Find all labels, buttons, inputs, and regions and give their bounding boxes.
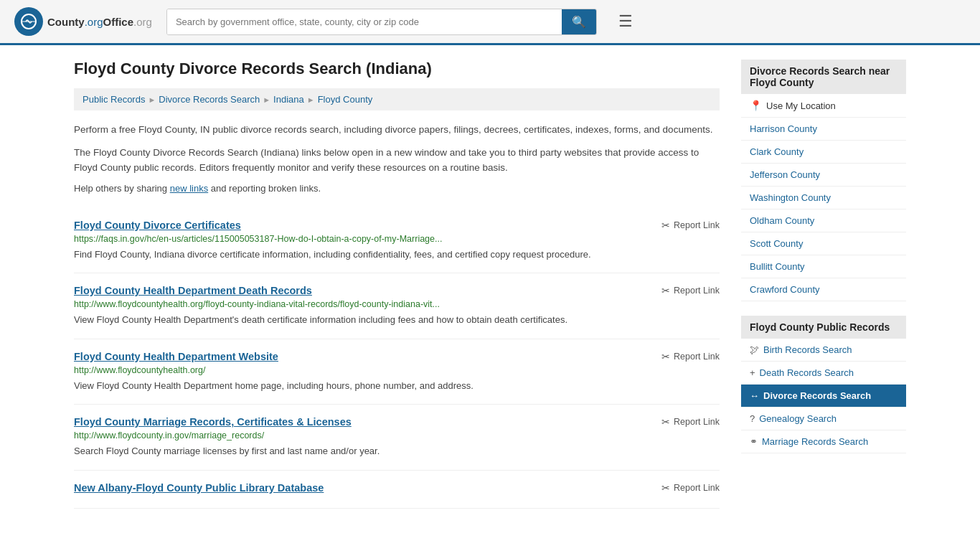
- description-2: The Floyd County Divorce Records Search …: [74, 145, 720, 176]
- public-record-link[interactable]: ?Genealogy Search: [741, 408, 906, 430]
- public-records-header: Floyd County Public Records: [741, 316, 906, 339]
- result-title-link[interactable]: Floyd County Health Department Website: [74, 351, 278, 362]
- public-record-item: +Death Records Search: [741, 362, 906, 385]
- breadcrumb-floyd-county[interactable]: Floyd County: [318, 94, 373, 105]
- report-label: Report Link: [674, 417, 720, 427]
- logo[interactable]: County.orgOffice.org: [14, 7, 152, 36]
- nearby-county-link[interactable]: Oldham County: [741, 209, 906, 232]
- public-record-item: ?Genealogy Search: [741, 408, 906, 430]
- nearby-county-item: Crawford County: [741, 278, 906, 301]
- report-label: Report Link: [674, 483, 720, 493]
- report-link[interactable]: ✂ Report Link: [661, 220, 720, 231]
- record-type-icon: +: [750, 367, 755, 378]
- results-container: Floyd County Divorce Certificates ✂ Repo…: [74, 208, 720, 509]
- breadcrumb-sep-3: ►: [307, 95, 315, 104]
- record-type-icon: ?: [750, 413, 755, 424]
- public-record-link[interactable]: ↔Divorce Records Search: [741, 385, 906, 407]
- result-header: Floyd County Health Department Website ✂…: [74, 351, 720, 362]
- sidebar: Divorce Records Search near Floyd County…: [741, 60, 906, 509]
- public-record-link[interactable]: +Death Records Search: [741, 362, 906, 384]
- breadcrumb-sep-1: ►: [148, 95, 156, 104]
- record-type-icon: ⚭: [750, 436, 758, 447]
- result-header: New Albany-Floyd County Public Library D…: [74, 482, 720, 494]
- search-input[interactable]: [167, 9, 562, 34]
- public-records-list: 🕊Birth Records Search+Death Records Sear…: [741, 339, 906, 453]
- result-header: Floyd County Divorce Certificates ✂ Repo…: [74, 220, 720, 231]
- logo-icon: [14, 7, 43, 36]
- result-url: http://www.floydcounty.in.gov/marriage_r…: [74, 430, 720, 441]
- breadcrumb: Public Records ► Divorce Records Search …: [74, 88, 720, 110]
- record-type-icon: ↔: [750, 390, 759, 401]
- nearby-county-item: Washington County: [741, 187, 906, 209]
- logo-text: County.orgOffice.org: [47, 16, 152, 28]
- report-link[interactable]: ✂ Report Link: [661, 351, 720, 362]
- search-button[interactable]: 🔍: [562, 9, 596, 34]
- nearby-county-item: Scott County: [741, 232, 906, 255]
- scissors-icon: ✂: [661, 482, 670, 494]
- public-record-link[interactable]: 🕊Birth Records Search: [741, 339, 906, 361]
- use-location-item: 📍Use My Location: [741, 94, 906, 118]
- result-item: Floyd County Health Department Death Rec…: [74, 273, 720, 339]
- result-description: Search Floyd County marriage licenses by…: [74, 444, 720, 458]
- nearby-county-link[interactable]: Jefferson County: [741, 164, 906, 186]
- main-content: Floyd County Divorce Records Search (Ind…: [74, 60, 720, 509]
- public-record-item: ⚭Marriage Records Search: [741, 430, 906, 453]
- public-record-link[interactable]: ⚭Marriage Records Search: [741, 430, 906, 453]
- result-url: https://faqs.in.gov/hc/en-us/articles/11…: [74, 234, 720, 244]
- nearby-county-item: Clark County: [741, 141, 906, 164]
- page-title: Floyd County Divorce Records Search (Ind…: [74, 60, 720, 78]
- scissors-icon: ✂: [661, 285, 670, 296]
- result-item: New Albany-Floyd County Public Library D…: [74, 471, 720, 509]
- main-container: Floyd County Divorce Records Search (Ind…: [60, 45, 920, 523]
- report-label: Report Link: [674, 286, 720, 296]
- result-description: View Floyd County Health Department's de…: [74, 313, 720, 327]
- breadcrumb-sep-2: ►: [263, 95, 270, 104]
- nearby-county-item: Jefferson County: [741, 164, 906, 187]
- new-links-link[interactable]: new links: [170, 183, 208, 194]
- report-link[interactable]: ✂ Report Link: [661, 482, 720, 494]
- result-url: http://www.floydcountyhealth.org/: [74, 365, 720, 375]
- help-text: Help others by sharing new links and rep…: [74, 183, 720, 194]
- report-link[interactable]: ✂ Report Link: [661, 416, 720, 428]
- result-title-link[interactable]: Floyd County Divorce Certificates: [74, 220, 241, 231]
- result-header: Floyd County Health Department Death Rec…: [74, 285, 720, 296]
- result-title-link[interactable]: New Albany-Floyd County Public Library D…: [74, 482, 324, 494]
- result-item: Floyd County Divorce Certificates ✂ Repo…: [74, 208, 720, 274]
- hamburger-menu-icon[interactable]: ☰: [618, 12, 633, 31]
- nearby-county-item: Oldham County: [741, 209, 906, 232]
- breadcrumb-indiana[interactable]: Indiana: [273, 94, 304, 105]
- result-url: http://www.floydcountyhealth.org/floyd-c…: [74, 299, 720, 309]
- nearby-county-item: Harrison County: [741, 118, 906, 141]
- search-bar: 🔍: [166, 9, 597, 35]
- header: County.orgOffice.org 🔍 ☰: [0, 0, 980, 45]
- result-description: Find Floyd County, Indiana divorce certi…: [74, 248, 720, 262]
- breadcrumb-divorce-records[interactable]: Divorce Records Search: [159, 94, 260, 105]
- nearby-header: Divorce Records Search near Floyd County: [741, 60, 906, 94]
- nearby-county-item: Bullitt County: [741, 255, 906, 278]
- use-location-link[interactable]: 📍Use My Location: [741, 94, 906, 117]
- result-description: View Floyd County Health Department home…: [74, 379, 720, 393]
- nearby-county-link[interactable]: Crawford County: [741, 278, 906, 301]
- location-pin-icon: 📍: [750, 100, 762, 111]
- report-label: Report Link: [674, 352, 720, 362]
- nearby-county-link[interactable]: Scott County: [741, 232, 906, 255]
- result-title-link[interactable]: Floyd County Marriage Records, Certifica…: [74, 416, 352, 428]
- nearby-county-link[interactable]: Bullitt County: [741, 255, 906, 278]
- scissors-icon: ✂: [661, 351, 670, 362]
- nearby-county-link[interactable]: Clark County: [741, 141, 906, 163]
- report-label: Report Link: [674, 220, 720, 230]
- report-link[interactable]: ✂ Report Link: [661, 285, 720, 296]
- breadcrumb-public-records[interactable]: Public Records: [83, 94, 145, 105]
- nearby-county-link[interactable]: Harrison County: [741, 118, 906, 140]
- nearby-list: 📍Use My LocationHarrison CountyClark Cou…: [741, 94, 906, 301]
- result-item: Floyd County Health Department Website ✂…: [74, 339, 720, 405]
- result-title-link[interactable]: Floyd County Health Department Death Rec…: [74, 285, 312, 296]
- nearby-section: Divorce Records Search near Floyd County…: [741, 60, 906, 301]
- result-item: Floyd County Marriage Records, Certifica…: [74, 405, 720, 471]
- result-header: Floyd County Marriage Records, Certifica…: [74, 416, 720, 428]
- nearby-county-link[interactable]: Washington County: [741, 187, 906, 209]
- scissors-icon: ✂: [661, 416, 670, 428]
- public-record-item: 🕊Birth Records Search: [741, 339, 906, 362]
- public-record-item: ↔Divorce Records Search: [741, 385, 906, 408]
- public-records-section: Floyd County Public Records 🕊Birth Recor…: [741, 316, 906, 453]
